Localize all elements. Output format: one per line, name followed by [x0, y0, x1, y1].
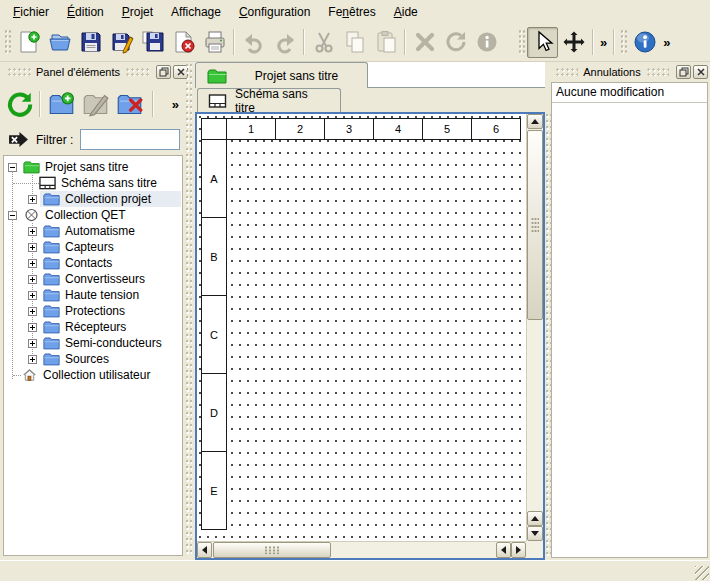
element-info-button[interactable] — [471, 27, 502, 58]
tree-item-automatisme[interactable]: Automatisme — [4, 223, 182, 239]
edit-category-button[interactable] — [78, 87, 112, 121]
blue-folder-icon — [43, 272, 60, 286]
undo-list-item[interactable]: Aucune modification — [552, 83, 707, 103]
qet-collection-icon — [23, 208, 40, 222]
scroll-track[interactable] — [527, 321, 543, 511]
scroll-down-button[interactable] — [527, 526, 543, 541]
toolbar-separator — [152, 91, 154, 117]
cut-button[interactable] — [308, 27, 339, 58]
scroll-left-button[interactable] — [197, 542, 212, 558]
float-icon — [159, 67, 169, 77]
tree-item-sources[interactable]: Sources — [4, 351, 182, 367]
vertical-scrollbar[interactable] — [526, 114, 543, 541]
row-header: C — [202, 296, 226, 373]
copy-pages-icon — [343, 30, 367, 54]
rotate-button[interactable] — [440, 27, 471, 58]
open-file-button[interactable] — [44, 27, 75, 58]
blue-folder-icon — [43, 304, 60, 318]
reload-collections-button[interactable] — [2, 87, 36, 121]
schema-canvas[interactable]: 1 2 3 4 5 6 A B C D E — [197, 114, 526, 541]
copy-button[interactable] — [339, 27, 370, 58]
window-resize-grip[interactable] — [695, 566, 709, 580]
expand-icon[interactable] — [28, 227, 37, 236]
toolbar-drag-handle[interactable] — [518, 29, 525, 55]
about-button[interactable] — [629, 27, 660, 58]
expand-icon[interactable] — [28, 259, 37, 268]
close-file-button[interactable] — [168, 27, 199, 58]
float-panel-button[interactable] — [156, 65, 171, 79]
tree-item-projet-sans-titre[interactable]: Projet sans titre — [4, 159, 182, 175]
menu-projet[interactable]: Projet — [113, 2, 162, 22]
menu-configuration[interactable]: Configuration — [230, 2, 319, 22]
toolbar-separator — [404, 29, 406, 55]
save-as-button[interactable] — [106, 27, 137, 58]
tree-item-collection-projet[interactable]: Collection projet — [4, 191, 182, 207]
scissors-icon — [312, 30, 336, 54]
expand-icon[interactable] — [28, 195, 37, 204]
select-mode-button[interactable] — [527, 27, 558, 58]
horizontal-scrollbar[interactable] — [197, 541, 526, 558]
clear-filter-button[interactable] — [6, 129, 30, 150]
filter-input[interactable] — [80, 129, 180, 150]
menu-fenetres[interactable]: Fenêtres — [319, 2, 384, 22]
collapse-icon[interactable] — [8, 211, 17, 220]
toolbar-separator — [303, 29, 305, 55]
tree-item-collection-utilisateur[interactable]: Collection utilisateur — [4, 367, 182, 383]
vertical-scroll-thumb[interactable] — [527, 130, 543, 320]
delete-button[interactable] — [409, 27, 440, 58]
schema-icon — [39, 176, 56, 190]
tree-item-collection-qet[interactable]: Collection QET — [4, 207, 182, 223]
redo-button[interactable] — [269, 27, 300, 58]
tree-item-semi-conducteurs[interactable]: Semi-conducteurs — [4, 335, 182, 351]
menu-affichage[interactable]: Affichage — [162, 2, 230, 22]
scroll-right-button[interactable] — [511, 542, 526, 558]
scroll-up-button-2[interactable] — [527, 511, 543, 526]
toolbar-drag-handle[interactable] — [4, 29, 11, 55]
menu-edition[interactable]: Édition — [58, 2, 113, 22]
toolbar-overflow-button[interactable]: » — [660, 35, 673, 50]
tree-item-capteurs[interactable]: Capteurs — [4, 239, 182, 255]
toolbar-drag-handle[interactable] — [620, 29, 627, 55]
scroll-left-button-2[interactable] — [496, 542, 511, 558]
tree-item-protections[interactable]: Protections — [4, 303, 182, 319]
expand-icon[interactable] — [28, 307, 37, 316]
menu-fichier[interactable]: Fichier — [4, 2, 58, 22]
delete-category-button[interactable] — [112, 87, 146, 121]
toolbar-overflow-button[interactable]: » — [597, 35, 610, 50]
expand-icon[interactable] — [28, 339, 37, 348]
tree-item-convertisseurs[interactable]: Convertisseurs — [4, 271, 182, 287]
tree-item-recepteurs[interactable]: Récepteurs — [4, 319, 182, 335]
print-button[interactable] — [199, 27, 230, 58]
new-file-icon — [17, 30, 41, 54]
tree-item-haute-tension[interactable]: Haute tension — [4, 287, 182, 303]
new-category-button[interactable] — [44, 87, 78, 121]
pan-mode-button[interactable] — [558, 27, 589, 58]
tree-item-schema-sans-titre[interactable]: Schéma sans titre — [4, 175, 182, 191]
tab-projet-sans-titre[interactable]: Projet sans titre — [195, 62, 368, 88]
panel-toolbar-overflow-button[interactable]: » — [169, 97, 182, 112]
expand-icon[interactable] — [28, 291, 37, 300]
horizontal-scroll-thumb[interactable] — [213, 542, 331, 558]
paste-button[interactable] — [370, 27, 401, 58]
expand-icon[interactable] — [28, 275, 37, 284]
close-panel-button[interactable] — [693, 65, 708, 79]
save-all-button[interactable] — [137, 27, 168, 58]
undo-button[interactable] — [238, 27, 269, 58]
elements-panel-titlebar[interactable]: Panel d'éléments — [2, 62, 188, 81]
undo-panel-titlebar[interactable]: Annulations — [550, 62, 708, 81]
expand-icon[interactable] — [28, 243, 37, 252]
scroll-track[interactable] — [332, 542, 496, 558]
save-button[interactable] — [75, 27, 106, 58]
dock-splitter[interactable] — [185, 62, 192, 556]
new-file-button[interactable] — [13, 27, 44, 58]
float-panel-button[interactable] — [676, 65, 691, 79]
tree-item-contacts[interactable]: Contacts — [4, 255, 182, 271]
schema-view[interactable]: 1 2 3 4 5 6 A B C D E — [195, 112, 545, 560]
tab-schema-sans-titre[interactable]: Schéma sans titre — [197, 88, 341, 112]
scroll-up-button[interactable] — [527, 114, 543, 129]
expand-icon[interactable] — [28, 323, 37, 332]
collapse-icon[interactable] — [8, 163, 17, 172]
expand-icon[interactable] — [28, 355, 37, 364]
cursor-arrow-icon — [531, 30, 555, 54]
menu-aide[interactable]: Aide — [385, 2, 427, 22]
